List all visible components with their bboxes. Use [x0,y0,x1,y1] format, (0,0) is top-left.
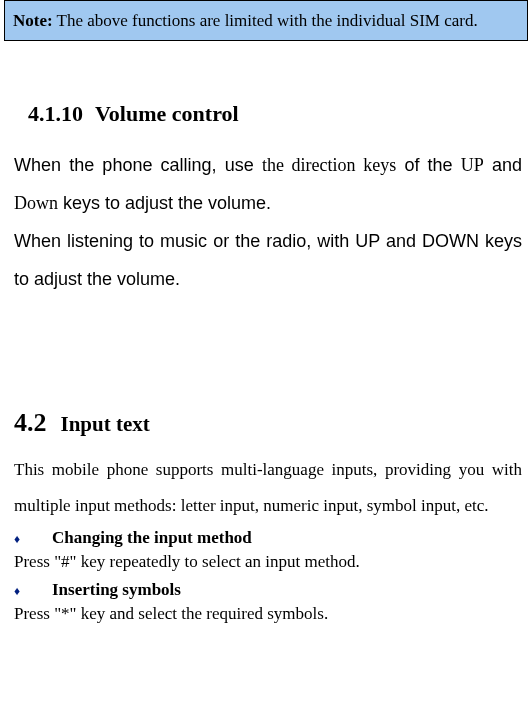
diamond-icon: ♦ [14,584,52,599]
heading-4-2-title: Input text [61,412,150,436]
heading-4-2-num: 4.2 [14,408,47,437]
diamond-icon: ♦ [14,532,52,547]
p1-d: UP [461,155,484,175]
bullet-line-2: ♦ Inserting symbols [14,580,522,600]
p1-c: of the [396,155,461,175]
body-4-1-10-p2: When listening to music or the radio, wi… [14,223,522,299]
heading-4-1-10-num: 4.1.10 [28,101,83,126]
p1-e: and [484,155,522,175]
note-label: Note: [13,11,53,30]
bullet-line-1: ♦ Changing the input method [14,528,522,548]
heading-4-1-10: 4.1.10Volume control [28,101,532,127]
p1-f: Down [14,193,58,213]
instruction-1: Press "#" key repeatedly to select an in… [14,552,522,572]
heading-4-1-10-title: Volume control [95,101,239,126]
body-4-2-intro: This mobile phone supports multi-languag… [14,452,522,523]
heading-4-2: 4.2Input text [14,408,532,438]
instruction-2: Press "*" key and select the required sy… [14,604,522,624]
body-4-1-10: When the phone calling, use the directio… [14,147,522,223]
bullet-1-text: Changing the input method [52,528,252,548]
note-text: The above functions are limited with the… [53,11,478,30]
bullet-2-text: Inserting symbols [52,580,181,600]
note-box: Note: The above functions are limited wi… [4,0,528,41]
p1-g: keys to adjust the volume. [58,193,271,213]
p1-b: the direction keys [262,155,396,175]
p1-a: When the phone calling, use [14,155,262,175]
